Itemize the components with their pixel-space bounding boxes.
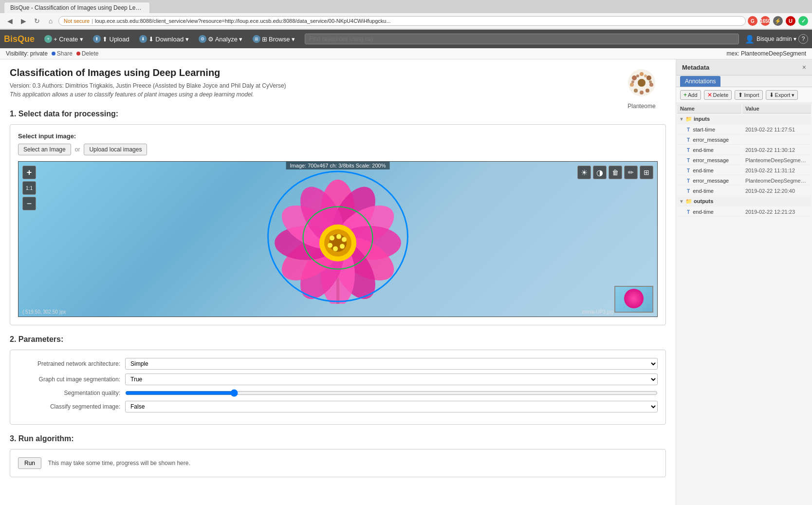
file-type-icon: T — [687, 168, 690, 173]
download-menu[interactable]: ⬇ ⬇ Download ▾ — [135, 33, 193, 45]
sidebar-header: Metadata × — [676, 59, 812, 75]
flower-image — [265, 168, 411, 305]
item-name: error_message — [693, 137, 729, 143]
browse-icon: ⊞ — [253, 35, 260, 43]
planteome-logo-svg — [622, 67, 661, 101]
bisque-logo: BisQue — [4, 34, 35, 44]
annotation-folder-outputs[interactable]: ▼ 📁 outputs — [677, 197, 811, 206]
sidebar-close-button[interactable]: × — [802, 63, 806, 71]
ext-icon-3[interactable]: ✓ — [798, 16, 808, 26]
visibility-bar: Visibility: private Share Delete mex: Pl… — [0, 48, 812, 59]
home-button[interactable]: ⌂ — [45, 15, 56, 27]
input-image-label: Select input image: — [18, 132, 658, 140]
annotations-tab[interactable]: Annotations — [680, 76, 720, 87]
zoom-out-button[interactable]: − — [22, 197, 36, 210]
param-graphcut-select[interactable]: True False — [125, 374, 658, 385]
download-icon: ⬇ — [139, 35, 147, 43]
help-button[interactable]: ? — [798, 34, 808, 44]
trash-tool-button[interactable]: 🗑 — [609, 166, 622, 179]
run-button[interactable]: Run — [18, 457, 41, 469]
param-arch-select[interactable]: Simple Inception ResNet — [125, 358, 658, 370]
annotation-item: T error_message — [677, 135, 811, 145]
item-value: 2019-02-22 11:31:12 — [742, 166, 811, 175]
add-icon: + — [683, 92, 687, 98]
create-menu[interactable]: + + Create ▾ — [40, 33, 87, 45]
find-resources-input[interactable] — [305, 34, 739, 44]
grid-tool-button[interactable]: ⊞ — [640, 166, 653, 179]
svg-point-32 — [342, 237, 347, 242]
mail-count-icon[interactable]: 1650 — [760, 16, 770, 26]
flower-svg — [265, 168, 411, 304]
viewer-tools-left: + 1:1 − — [22, 166, 36, 210]
item-name: error_message — [693, 178, 729, 184]
upload-local-button[interactable]: Upload local images — [84, 144, 147, 155]
import-icon: ⬆ — [738, 92, 743, 98]
svg-point-12 — [631, 80, 634, 83]
quality-slider[interactable] — [125, 389, 658, 397]
item-name: end-time — [693, 168, 714, 173]
pencil-tool-button[interactable]: ✏ — [624, 166, 638, 179]
reload-button[interactable]: ↻ — [31, 15, 43, 27]
svg-point-30 — [330, 236, 334, 241]
browser-nav: ◀ ▶ ↻ ⌂ Not secure | loup.ece.ucsb.edu:8… — [0, 13, 812, 29]
svg-point-2 — [632, 75, 637, 80]
file-type-icon: T — [687, 178, 690, 184]
select-image-button[interactable]: Select an Image — [18, 144, 71, 155]
annotation-folder-inputs[interactable]: ▼ 📁 inputs — [677, 114, 811, 124]
folder-name: inputs — [694, 116, 710, 122]
browser-tabs: BisQue - Classification of Images using … — [0, 0, 812, 13]
gmail-icon[interactable]: G — [748, 16, 757, 26]
address-bar[interactable]: Not secure | loup.ece.ucsb.edu:8088/clie… — [58, 16, 746, 26]
import-annotation-button[interactable]: ⬆ Import — [735, 90, 762, 100]
folder-icon: 📁 — [685, 116, 692, 122]
svg-point-4 — [630, 83, 634, 87]
find-resources-container — [305, 34, 739, 44]
ext-icon-2[interactable]: U — [786, 16, 795, 26]
annotation-item: T start-time 2019-02-22 11:27:51 — [677, 125, 811, 134]
item-value — [742, 135, 811, 145]
forward-button[interactable]: ▶ — [18, 15, 29, 27]
item-value: PlanteomeDeepSegment.main()> excep... — [742, 156, 811, 165]
zoom-reset-button[interactable]: 1:1 — [22, 181, 36, 195]
export-annotation-button[interactable]: ⬇ Export ▾ — [766, 90, 798, 100]
section1-title: 1. Select data for processing: — [10, 110, 666, 118]
file-type-icon: T — [687, 137, 690, 143]
svg-point-6 — [634, 89, 638, 93]
browser-tab[interactable]: BisQue - Classification of Images using … — [4, 2, 150, 13]
browse-menu[interactable]: ⊞ ⊞ Browse ▾ — [249, 33, 299, 45]
contrast-tool-button[interactable]: ◑ — [593, 166, 607, 179]
create-icon: + — [44, 35, 52, 43]
param-arch-label: Pretrained network architecture: — [18, 360, 125, 367]
app-description: This application allows a user to classi… — [10, 91, 666, 98]
svg-point-35 — [328, 243, 332, 248]
admin-menu[interactable]: 👤 Bisque admin ▾ — [745, 35, 796, 44]
folder-name: outputs — [694, 198, 713, 204]
delete-annotation-button[interactable]: ✕ Delete — [704, 90, 732, 100]
annotation-item: T end-time 2019-02-22 11:30:12 — [677, 146, 811, 155]
section3-title: 3. Run algorithm: — [10, 434, 666, 443]
delete-button[interactable]: Delete — [76, 50, 99, 57]
planteome-logo-container: Planteome — [617, 67, 666, 110]
zoom-in-button[interactable]: + — [22, 166, 36, 179]
param-classify-select[interactable]: False True — [125, 401, 658, 412]
address-text: loup.ece.ucsb.edu:8088/client_service/vi… — [95, 18, 740, 24]
add-annotation-button[interactable]: + Add — [680, 90, 701, 100]
ext-icon-1[interactable]: ⚡ — [773, 16, 783, 26]
param-classify-label: Classify segmented image: — [18, 403, 125, 410]
planteome-label: Planteome — [617, 103, 666, 110]
section1-box: Select input image: Select an Image or U… — [10, 124, 666, 325]
upload-menu[interactable]: ⬆ ⬆ Upload — [89, 33, 133, 45]
coordinates-bar: ( 519.50, 302.50 )px — [22, 309, 66, 315]
svg-point-33 — [340, 244, 345, 249]
folder-chevron-icon: ▼ — [679, 116, 684, 122]
analyze-menu[interactable]: ⚙ ⚙ Analyze ▾ — [195, 33, 247, 45]
share-button[interactable]: Share — [52, 50, 73, 57]
sun-tool-button[interactable]: ☀ — [577, 166, 591, 179]
analyze-icon: ⚙ — [199, 35, 206, 43]
back-button[interactable]: ◀ — [4, 15, 16, 27]
file-type-icon: T — [687, 127, 690, 132]
page-title: Classification of Images using Deep Lear… — [10, 67, 666, 78]
browser-icons: G 1650 ⚡ U ✓ — [748, 16, 808, 26]
content-area: Planteome Classification of Images using… — [0, 59, 676, 505]
upload-icon: ⬆ — [93, 35, 101, 43]
